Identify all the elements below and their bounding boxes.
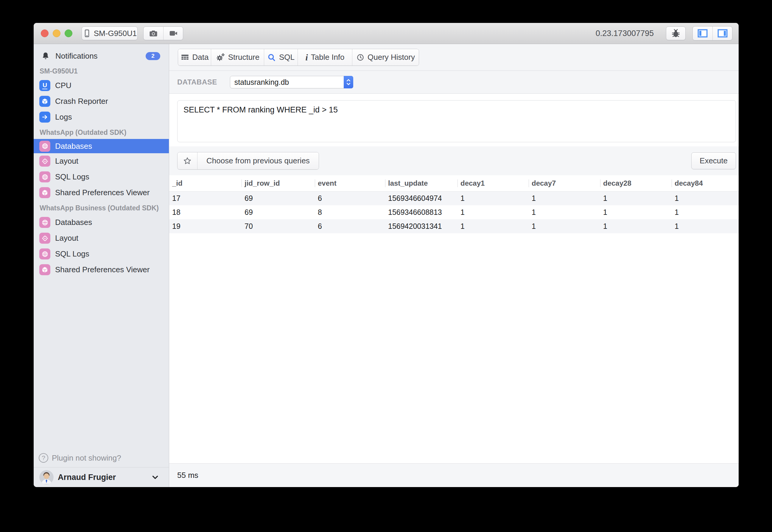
choose-previous-queries-button[interactable]: Choose from previous queries bbox=[197, 152, 319, 169]
plugin-label: Crash Reporter bbox=[55, 97, 108, 106]
sidebar-item-crash-reporter[interactable]: Crash Reporter bbox=[34, 93, 169, 109]
results-empty-area bbox=[169, 233, 739, 463]
column-header-_id[interactable]: _id bbox=[169, 175, 242, 191]
sidebar-item-logs[interactable]: Logs bbox=[34, 109, 169, 125]
screen-record-button[interactable] bbox=[163, 27, 183, 40]
table-cell: 1 bbox=[529, 205, 600, 219]
sidebar-scroll-area[interactable]: Notifications 2 SM-G950U1UCPUCrash Repor… bbox=[34, 44, 169, 449]
table-cell: 6 bbox=[315, 219, 385, 233]
sidebar-section-header: WhatsApp (Outdated SDK) bbox=[34, 125, 169, 139]
question-icon: ? bbox=[39, 453, 48, 463]
history-icon bbox=[356, 53, 365, 62]
tab-structure[interactable]: Structure bbox=[211, 49, 264, 65]
plugin-list: SM-G950U1UCPUCrash ReporterLogsWhatsApp … bbox=[34, 64, 169, 278]
table-cell: 19 bbox=[169, 219, 242, 233]
toggle-right-panel-button[interactable] bbox=[712, 26, 732, 40]
table-cell: 6 bbox=[315, 191, 385, 205]
column-header-jid_row_id[interactable]: jid_row_id bbox=[242, 175, 315, 191]
table-cell: 1569346604974 bbox=[385, 191, 457, 205]
tab-label: SQL bbox=[279, 53, 295, 62]
sql-query-input[interactable]: SELECT * FROM ranking WHERE _id > 15 bbox=[177, 100, 736, 142]
column-header-decay7[interactable]: decay7 bbox=[529, 175, 600, 191]
target-icon bbox=[39, 156, 50, 167]
traffic-lights bbox=[41, 23, 72, 44]
plugin-label: Layout bbox=[55, 234, 78, 243]
plugin-help-label: Plugin not showing? bbox=[52, 453, 121, 463]
favorite-query-button[interactable] bbox=[177, 152, 197, 169]
bell-icon bbox=[41, 51, 50, 60]
column-header-last_update[interactable]: last_update bbox=[385, 175, 457, 191]
device-selector-button[interactable]: SM-G950U1 bbox=[82, 26, 137, 40]
sidebar-item-sql-logs[interactable]: SQL Logs bbox=[34, 246, 169, 262]
cpu-icon: U bbox=[39, 80, 50, 91]
view-tabs-row: DataStructureSQLiTable InfoQuery History bbox=[169, 44, 739, 71]
database-select-value: statusranking.db bbox=[235, 78, 289, 87]
table-cell: 70 bbox=[242, 219, 315, 233]
toggle-left-panel-button[interactable] bbox=[693, 26, 712, 40]
sidebar-section-header: WhatsApp Business (Outdated SDK) bbox=[34, 201, 169, 215]
chevron-down-icon bbox=[151, 473, 160, 482]
table-row[interactable]: 1970615694200313411111 bbox=[169, 219, 739, 233]
search-icon bbox=[267, 53, 276, 62]
sidebar-item-shared-preferences-viewer[interactable]: Shared Preferences Viewer bbox=[34, 262, 169, 278]
zoom-window-button[interactable] bbox=[65, 29, 72, 37]
report-bug-button[interactable] bbox=[666, 26, 686, 40]
plugin-label: Shared Preferences Viewer bbox=[55, 188, 149, 197]
flipper-window: SM-G950U1 0.23.173007795 bbox=[34, 23, 739, 487]
cube-icon bbox=[39, 96, 50, 107]
minimize-window-button[interactable] bbox=[53, 29, 60, 37]
tab-query-history[interactable]: Query History bbox=[352, 49, 419, 65]
plugin-label: Databases bbox=[55, 218, 92, 227]
table-cell: 1 bbox=[457, 219, 529, 233]
sidebar-item-databases[interactable]: Databases bbox=[34, 215, 169, 230]
plugin-label: SQL Logs bbox=[55, 249, 89, 259]
globe-icon bbox=[39, 171, 50, 182]
sidebar-item-sql-logs[interactable]: SQL Logs bbox=[34, 169, 169, 185]
table-cell: 1 bbox=[600, 219, 672, 233]
sidebar-item-layout[interactable]: Layout bbox=[34, 230, 169, 246]
database-selector-row: DATABASE statusranking.db bbox=[169, 71, 739, 94]
results-table: _idjid_row_ideventlast_updatedecay1decay… bbox=[169, 175, 739, 233]
sidebar-section-header: SM-G950U1 bbox=[34, 64, 169, 78]
screenshot-button[interactable] bbox=[143, 27, 163, 40]
sidebar-item-cpu[interactable]: UCPU bbox=[34, 78, 169, 93]
tab-table-info[interactable]: iTable Info bbox=[298, 49, 352, 65]
tab-sql[interactable]: SQL bbox=[264, 49, 298, 65]
sidebar-item-databases[interactable]: Databases bbox=[34, 139, 169, 153]
table-cell: 1 bbox=[529, 219, 600, 233]
user-menu[interactable]: Arnaud Frugier bbox=[34, 467, 169, 487]
table-row[interactable]: 1769615693466049741111 bbox=[169, 191, 739, 205]
close-window-button[interactable] bbox=[41, 29, 49, 37]
sidebar-item-shared-preferences-viewer[interactable]: Shared Preferences Viewer bbox=[34, 185, 169, 201]
cube-icon bbox=[39, 187, 50, 198]
column-header-decay28[interactable]: decay28 bbox=[600, 175, 672, 191]
sidebar-item-layout[interactable]: Layout bbox=[34, 153, 169, 169]
table-cell: 1 bbox=[600, 191, 672, 205]
gear-icon bbox=[216, 53, 225, 62]
capture-button-group bbox=[143, 26, 183, 40]
bug-icon bbox=[671, 28, 681, 38]
databases-plugin-panel: DataStructureSQLiTable InfoQuery History… bbox=[169, 44, 739, 487]
notifications-label: Notifications bbox=[55, 51, 98, 61]
column-header-decay1[interactable]: decay1 bbox=[457, 175, 529, 191]
globe-icon bbox=[39, 141, 50, 152]
plugin-label: Layout bbox=[55, 157, 78, 166]
plugin-label: CPU bbox=[55, 81, 71, 90]
database-select[interactable]: statusranking.db bbox=[230, 76, 353, 88]
table-cell: 1 bbox=[529, 191, 600, 205]
plugin-help-link[interactable]: ? Plugin not showing? bbox=[34, 449, 169, 467]
table-cell: 1569420031341 bbox=[385, 219, 457, 233]
plugin-label: SQL Logs bbox=[55, 172, 89, 181]
avatar bbox=[39, 470, 54, 484]
column-header-event[interactable]: event bbox=[315, 175, 385, 191]
view-tab-bar: DataStructureSQLiTable InfoQuery History bbox=[178, 49, 419, 66]
status-bar: 55 ms bbox=[169, 463, 739, 487]
table-row[interactable]: 1869815693466088131111 bbox=[169, 205, 739, 219]
star-icon bbox=[183, 157, 192, 165]
table-cell: 69 bbox=[242, 205, 315, 219]
column-header-decay84[interactable]: decay84 bbox=[672, 175, 739, 191]
tab-data[interactable]: Data bbox=[178, 49, 211, 65]
sidebar-item-notifications[interactable]: Notifications 2 bbox=[34, 48, 169, 64]
info-icon: i bbox=[305, 53, 308, 62]
execute-button[interactable]: Execute bbox=[691, 152, 736, 169]
